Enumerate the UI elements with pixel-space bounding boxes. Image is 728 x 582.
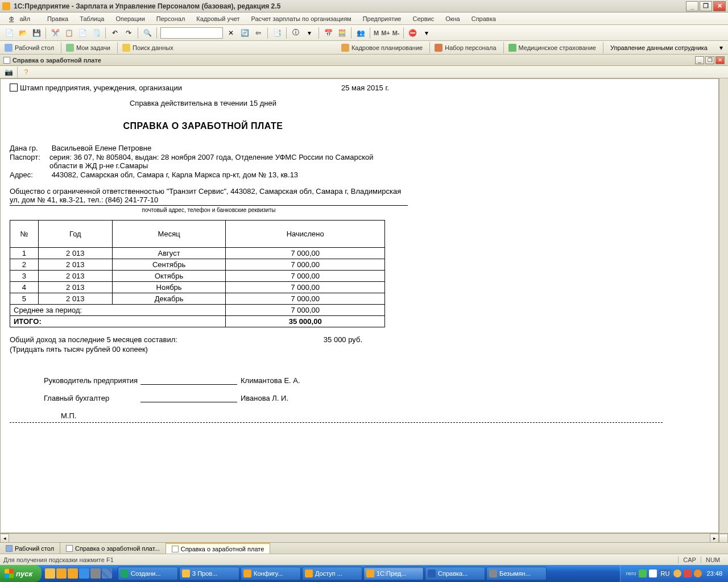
- menu-enterprise[interactable]: Предприятие: [357, 14, 407, 23]
- calendar-button[interactable]: 📅: [322, 27, 334, 39]
- help-button[interactable]: ?: [20, 66, 32, 78]
- window-titlebar: 1С:Предприятие - Зарплата и Управление П…: [0, 0, 728, 13]
- ql-icon[interactable]: [90, 568, 101, 579]
- task-access[interactable]: Доступ ...: [302, 567, 362, 580]
- tab-icon: [6, 545, 13, 552]
- vertical-scrollbar[interactable]: [719, 78, 728, 533]
- separator: [429, 42, 430, 53]
- save-button[interactable]: 💾: [30, 27, 43, 39]
- menu-bar: Файл Правка Таблица Операции Персонал Ка…: [0, 13, 728, 25]
- recruitment-button[interactable]: Набор персонала: [432, 43, 500, 53]
- doc-restore-button[interactable]: ❐: [705, 56, 714, 64]
- menu-operations[interactable]: Операции: [110, 14, 150, 23]
- menu-payroll[interactable]: Расчет зарплаты по организациям: [246, 14, 357, 23]
- calc-button[interactable]: 🧮: [336, 27, 348, 39]
- tab-report-2[interactable]: Справка о заработной плате: [166, 543, 271, 554]
- table-row: 12 013Август7 000,00: [10, 248, 385, 259]
- tray-icon[interactable]: [694, 569, 702, 577]
- scroll-right-button[interactable]: ▸: [710, 534, 719, 543]
- paste-button[interactable]: 📄: [76, 27, 89, 39]
- language-indicator[interactable]: RU: [659, 569, 672, 577]
- employee-data-button[interactable]: Управление данными сотрудника: [606, 43, 712, 52]
- desktop-label: Рабочий стол: [15, 44, 54, 51]
- doc-minimize-button[interactable]: _: [695, 56, 704, 64]
- ql-grip[interactable]: [102, 568, 112, 579]
- tray-icon[interactable]: [639, 569, 647, 577]
- clock[interactable]: 23:48: [704, 570, 725, 577]
- copy-button[interactable]: 📋: [63, 27, 75, 39]
- menu-windows[interactable]: Окна: [440, 14, 466, 23]
- resize-grip[interactable]: [719, 534, 728, 543]
- clear-search-button[interactable]: ✕: [225, 27, 237, 39]
- open-button[interactable]: 📂: [16, 27, 29, 39]
- refresh-button[interactable]: 🔄: [238, 27, 251, 39]
- redo-button[interactable]: ↷: [122, 27, 135, 39]
- ql-icon[interactable]: [68, 568, 78, 579]
- menu-service[interactable]: Сервис: [407, 14, 440, 23]
- separator: [156, 27, 157, 39]
- new-button[interactable]: 📄: [3, 27, 15, 39]
- ql-icon[interactable]: [56, 568, 67, 579]
- tray-icon[interactable]: [649, 569, 657, 577]
- dropdown-info-button[interactable]: ▾: [303, 27, 316, 39]
- menu-table[interactable]: Таблица: [74, 14, 110, 23]
- desktop-button[interactable]: Рабочий стол: [2, 43, 59, 53]
- minimize-button[interactable]: _: [686, 1, 698, 11]
- task-word[interactable]: Справка...: [425, 567, 485, 580]
- tab-report-1[interactable]: Справка о заработной плат...: [60, 543, 166, 554]
- menu-hr[interactable]: Кадровый учет: [191, 14, 245, 23]
- scroll-track[interactable]: [9, 534, 710, 542]
- users-button[interactable]: 👥: [354, 27, 367, 39]
- mytasks-button[interactable]: Мои задачи: [64, 43, 115, 53]
- task-label: Создани...: [131, 570, 161, 577]
- tab-label: Рабочий стол: [15, 545, 54, 552]
- task-icon: [428, 569, 436, 577]
- total-words: (Тридцать пять тысяч рублей 00 копеек): [10, 345, 663, 354]
- medical-insurance-button[interactable]: Медицинское страхование: [506, 43, 601, 53]
- search-input[interactable]: [160, 27, 223, 39]
- menu-edit[interactable]: Правка: [42, 14, 74, 23]
- ql-icon[interactable]: [45, 568, 55, 579]
- close-button[interactable]: ✕: [713, 1, 726, 11]
- tray-icon[interactable]: [684, 569, 692, 577]
- tab-desktop[interactable]: Рабочий стол: [0, 543, 60, 554]
- horizontal-scrollbar[interactable]: ◂ ▸: [0, 533, 728, 542]
- memory-minus[interactable]: M-: [391, 30, 401, 36]
- task-explorer[interactable]: 3 Пров...: [179, 567, 239, 580]
- document-viewport[interactable]: Штамп предприятия, учреждения, организац…: [0, 78, 719, 533]
- doc-close-button[interactable]: ✕: [715, 56, 725, 64]
- browser-button[interactable]: 📑: [271, 27, 283, 39]
- nav-back-button[interactable]: ⇦: [252, 27, 264, 39]
- separator: [105, 27, 106, 39]
- menu-file[interactable]: Файл: [3, 14, 42, 23]
- start-button[interactable]: пуск: [0, 565, 42, 582]
- memory-plus[interactable]: M+: [380, 30, 391, 36]
- find-button[interactable]: 🔍: [141, 27, 154, 39]
- cut-button[interactable]: ✂️: [49, 27, 61, 39]
- dropdown-button[interactable]: ▾: [420, 27, 433, 39]
- tab-icon: [66, 545, 73, 552]
- stop-button[interactable]: ⛔: [407, 27, 419, 39]
- print-preview-button[interactable]: 📷: [3, 66, 14, 78]
- stamp-checkbox[interactable]: [10, 84, 18, 92]
- search-data-button[interactable]: Поиск данных: [120, 43, 178, 53]
- toolbar-overflow-icon[interactable]: ▾: [717, 44, 725, 52]
- menu-personnel[interactable]: Персонал: [151, 14, 191, 23]
- hr-planning-button[interactable]: Кадровое планирование: [339, 43, 427, 53]
- nero-icon[interactable]: nero: [626, 571, 636, 576]
- info-button[interactable]: ⓘ: [289, 27, 302, 39]
- task-untitled[interactable]: Безымян...: [486, 567, 547, 580]
- scroll-left-button[interactable]: ◂: [0, 534, 9, 543]
- undo-button[interactable]: ↶: [109, 27, 121, 39]
- maximize-button[interactable]: ❐: [700, 1, 712, 11]
- tray-icon[interactable]: [673, 569, 681, 577]
- menu-help[interactable]: Справка: [466, 14, 502, 23]
- task-config[interactable]: Конфигу...: [241, 567, 301, 580]
- table-avg-row: Среднее за период:7 000,00: [10, 305, 385, 316]
- task-chrome[interactable]: Создани...: [118, 567, 178, 580]
- memory-indicator[interactable]: M: [373, 30, 380, 36]
- ql-icon[interactable]: [79, 568, 89, 579]
- paste-special-button[interactable]: 🗒️: [90, 27, 102, 39]
- passport-value: серия: 36 07, № 805804, выдан: 28 ноября…: [49, 153, 402, 170]
- task-1c[interactable]: 1С:Пред...: [363, 567, 424, 580]
